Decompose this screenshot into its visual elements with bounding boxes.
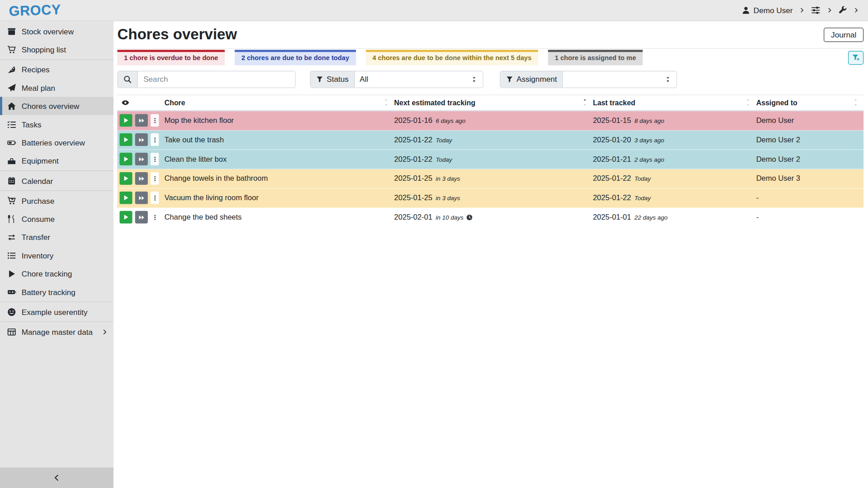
row-actions bbox=[118, 153, 165, 165]
status-filter-addon: Status bbox=[311, 71, 355, 88]
grocy-logo[interactable]: GROCY bbox=[9, 1, 61, 19]
status-filter-pill-2[interactable]: 4 chores are due to be done within the n… bbox=[366, 50, 538, 65]
chore-row: Clean the litter box2025-01-22Today2025-… bbox=[118, 150, 864, 169]
battery-solid-icon bbox=[7, 287, 16, 296]
filter-funnel-icon bbox=[506, 75, 513, 83]
status-select[interactable]: All bbox=[355, 71, 483, 88]
chore-row: Take out the trash2025-01-22Today2025-01… bbox=[118, 131, 864, 150]
assigned-to-cell: Demo User bbox=[756, 116, 864, 124]
track-chore-button[interactable] bbox=[119, 211, 132, 224]
sidebar-item-example-userentity[interactable]: Example userentity bbox=[0, 303, 113, 321]
skip-chore-button[interactable] bbox=[135, 211, 148, 224]
person-icon bbox=[742, 6, 750, 14]
status-filter-pill-3[interactable]: 1 chore is assigned to me bbox=[548, 50, 642, 65]
chore-menu-button[interactable] bbox=[151, 172, 159, 185]
row-actions bbox=[118, 211, 165, 224]
track-chore-button[interactable] bbox=[119, 192, 132, 204]
top-bar: GROCY Demo User bbox=[0, 0, 868, 21]
sidebar-item-consume[interactable]: Consume bbox=[0, 210, 113, 228]
last-tracked-cell: 2025-01-0122 days ago bbox=[593, 213, 756, 221]
skip-chore-button[interactable] bbox=[135, 153, 148, 165]
status-filter-pill-0[interactable]: 1 chore is overdue to be done bbox=[118, 50, 225, 65]
track-chore-button[interactable] bbox=[119, 153, 132, 165]
sidebar-item-chores-overview[interactable]: Chores overview bbox=[0, 97, 113, 115]
clock-icon bbox=[466, 214, 473, 221]
column-header-last-tracked[interactable]: Last tracked bbox=[593, 95, 756, 110]
sidebar-item-label: Shopping list bbox=[22, 45, 66, 54]
sidebar-item-batteries-overview[interactable]: Batteries overview bbox=[0, 133, 113, 151]
column-header-chore[interactable]: Chore bbox=[165, 95, 394, 110]
filter-row: Status All Assignment bbox=[118, 70, 864, 88]
sidebar-collapse-button[interactable] bbox=[0, 468, 113, 488]
track-chore-button[interactable] bbox=[119, 114, 132, 127]
sidebar: Stock overviewShopping listRecipesMeal p… bbox=[0, 21, 113, 488]
user-menu[interactable]: Demo User bbox=[742, 6, 793, 15]
next-tracking-cell: 2025-02-01in 10 days bbox=[394, 213, 593, 221]
chore-menu-button[interactable] bbox=[151, 114, 159, 127]
sidebar-item-label: Example userentity bbox=[22, 307, 88, 316]
sidebar-item-shopping-list[interactable]: Shopping list bbox=[0, 40, 113, 58]
skip-chore-button[interactable] bbox=[135, 133, 148, 146]
sidebar-item-meal-plan[interactable]: Meal plan bbox=[0, 79, 113, 97]
last-tracked-cell: 2025-01-22Today bbox=[593, 174, 756, 183]
column-label: Assigned to bbox=[756, 99, 797, 107]
assignment-select[interactable] bbox=[563, 71, 676, 88]
column-header-assigned-to[interactable]: Assigned to bbox=[756, 95, 864, 110]
chevron-right-icon[interactable] bbox=[853, 7, 859, 13]
journal-button[interactable]: Journal bbox=[824, 28, 863, 42]
sidebar-item-tasks[interactable]: Tasks bbox=[0, 115, 113, 133]
sort-icons bbox=[745, 99, 750, 106]
sidebar-item-purchase[interactable]: Purchase bbox=[0, 192, 113, 210]
sidebar-item-label: Battery tracking bbox=[22, 287, 75, 296]
chore-name: Change towels in the bathroom bbox=[165, 174, 394, 183]
chevron-right-icon[interactable] bbox=[799, 7, 805, 13]
chore-menu-button[interactable] bbox=[151, 153, 159, 165]
last-tracked-cell: 2025-01-22Today bbox=[593, 194, 756, 202]
column-label: Last tracked bbox=[593, 99, 635, 107]
column-label: Next estimated tracking bbox=[394, 99, 476, 107]
sidebar-item-manage-master-data[interactable]: Manage master data bbox=[0, 323, 113, 341]
sidebar-item-transfer[interactable]: Transfer bbox=[0, 228, 113, 246]
paper-plane-icon bbox=[7, 83, 16, 92]
sidebar-item-battery-tracking[interactable]: Battery tracking bbox=[0, 283, 113, 301]
assignment-filter-label: Assignment bbox=[516, 75, 557, 84]
row-actions bbox=[118, 114, 165, 127]
sidebar-item-label: Equipment bbox=[22, 156, 59, 165]
assigned-to-cell: - bbox=[756, 194, 864, 202]
search-input[interactable] bbox=[138, 71, 295, 88]
admin-wrench-icon[interactable] bbox=[839, 6, 847, 14]
chore-name: Mop the kitchen floor bbox=[165, 116, 394, 124]
sidebar-item-recipes[interactable]: Recipes bbox=[0, 60, 113, 78]
chore-menu-button[interactable] bbox=[151, 192, 159, 204]
sidebar-item-stock-overview[interactable]: Stock overview bbox=[0, 22, 113, 40]
column-header-next-estimated-tracking[interactable]: Next estimated tracking bbox=[394, 95, 593, 110]
cart-icon bbox=[7, 45, 16, 54]
track-chore-button[interactable] bbox=[119, 133, 132, 146]
chore-name: Take out the trash bbox=[165, 136, 394, 144]
status-filter-group: Status All bbox=[310, 70, 483, 88]
settings-sliders-icon[interactable] bbox=[811, 5, 821, 15]
sidebar-item-label: Transfer bbox=[22, 233, 50, 242]
sidebar-item-calendar[interactable]: Calendar bbox=[0, 172, 113, 190]
sidebar-item-equipment[interactable]: Equipment bbox=[0, 152, 113, 170]
column-visibility-toggle[interactable] bbox=[118, 95, 165, 110]
sort-icons bbox=[582, 99, 587, 106]
chore-menu-button[interactable] bbox=[151, 133, 159, 146]
sidebar-nav: Stock overviewShopping listRecipesMeal p… bbox=[0, 21, 113, 341]
next-tracking-cell: 2025-01-22Today bbox=[394, 155, 593, 163]
status-filter-pill-1[interactable]: 2 chores are due to be done today bbox=[235, 50, 356, 65]
chore-row: Mop the kitchen floor2025-01-166 days ag… bbox=[118, 111, 864, 131]
sidebar-item-chore-tracking[interactable]: Chore tracking bbox=[0, 264, 113, 282]
sidebar-item-label: Manage master data bbox=[22, 327, 93, 336]
skip-chore-button[interactable] bbox=[135, 114, 148, 127]
chore-menu-button[interactable] bbox=[151, 211, 159, 224]
row-actions bbox=[118, 133, 165, 146]
skip-chore-button[interactable] bbox=[135, 192, 148, 204]
sidebar-item-inventory[interactable]: Inventory bbox=[0, 246, 113, 264]
track-chore-button[interactable] bbox=[119, 172, 132, 185]
skip-chore-button[interactable] bbox=[135, 172, 148, 185]
box-icon bbox=[7, 27, 16, 36]
smiley-icon bbox=[7, 307, 16, 316]
chevron-right-icon[interactable] bbox=[826, 7, 832, 13]
clear-filter-button[interactable] bbox=[848, 51, 863, 65]
